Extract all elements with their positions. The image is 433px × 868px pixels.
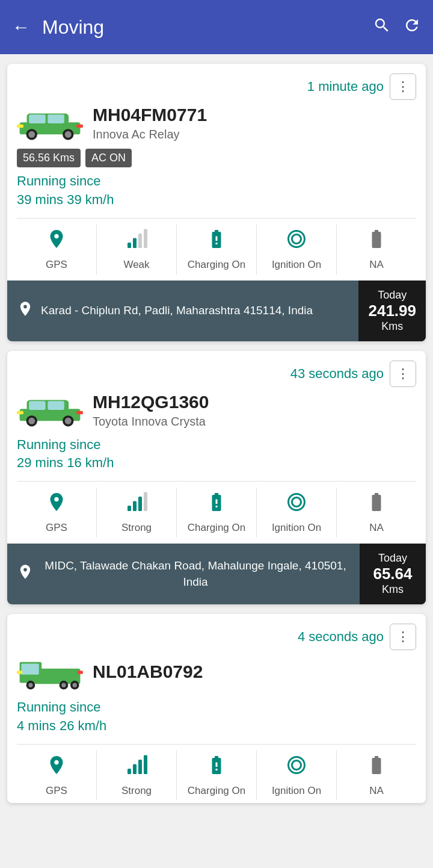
charging-icon: [206, 228, 227, 255]
vehicle-card: 43 seconds ago ⋮ MH12QG1360: [7, 351, 426, 605]
battery-label: NA: [369, 785, 384, 797]
svg-rect-22: [17, 411, 23, 415]
today-km-section: Today 65.64 Kms: [360, 544, 426, 604]
svg-rect-13: [144, 229, 147, 248]
charging-label: Charging On: [188, 259, 245, 271]
today-km-unit: Kms: [381, 320, 403, 333]
status-signal: Weak: [97, 225, 177, 274]
gps-icon: [46, 491, 67, 518]
svg-rect-38: [78, 671, 83, 675]
vehicle-plate: NL01AB0792: [93, 662, 416, 682]
svg-rect-10: [127, 243, 131, 248]
svg-point-5: [28, 131, 35, 137]
vehicle-info-row: MH04FM0771 Innova Ac Relay: [17, 105, 416, 141]
location-section: MIDC, Talawade Chakan Road, Mahalunge In…: [7, 544, 360, 604]
battery-label: NA: [369, 259, 384, 271]
menu-button[interactable]: ⋮: [390, 73, 416, 100]
location-text: Karad - Chiplun Rd, Padli, Maharashtra 4…: [41, 303, 313, 319]
svg-point-21: [65, 418, 72, 424]
running-info: Running since 29 mins 16 km/h: [17, 436, 416, 473]
gps-label: GPS: [46, 522, 67, 534]
svg-rect-24: [127, 506, 131, 511]
refresh-icon[interactable]: [403, 16, 421, 39]
signal-label: Strong: [121, 522, 152, 534]
ignition-icon: [286, 228, 307, 255]
status-icons-row: GPS Strong: [17, 744, 416, 803]
signal-icon: [126, 754, 147, 781]
card-top-row: 43 seconds ago ⋮: [17, 361, 416, 387]
timestamp: 1 minute ago: [307, 79, 384, 95]
status-gps: GPS: [17, 751, 97, 801]
svg-point-34: [61, 683, 66, 687]
status-battery: NA: [337, 225, 416, 274]
search-icon[interactable]: [373, 16, 391, 39]
signal-label: Strong: [121, 785, 152, 797]
header-icons: [373, 16, 421, 39]
today-km-unit: Kms: [382, 583, 404, 596]
charging-icon: [206, 491, 227, 518]
status-charging: Charging On: [177, 751, 257, 801]
vehicle-details: MH04FM0771 Innova Ac Relay: [93, 105, 416, 141]
distance-badge: 56.56 Kms: [17, 149, 81, 167]
vehicle-plate: MH04FM0771: [93, 105, 416, 125]
signal-label: Weak: [123, 259, 149, 271]
card-top-row: 4 seconds ago ⋮: [17, 624, 416, 650]
status-battery: NA: [337, 488, 416, 538]
status-icons-row: GPS Strong: [17, 481, 416, 544]
app-header: ← Moving: [0, 0, 433, 54]
today-label: Today: [378, 552, 407, 565]
svg-point-7: [65, 131, 72, 137]
location-pin-icon: [17, 300, 34, 321]
status-ignition: Ignition On: [257, 225, 337, 274]
today-km-value: 65.64: [373, 565, 412, 583]
ignition-icon: [286, 491, 307, 518]
running-info: Running since 39 mins 39 km/h: [17, 172, 416, 209]
vehicle-details: MH12QG1360 Toyota Innova Crysta: [93, 392, 416, 429]
location-text: MIDC, Talawade Chakan Road, Mahalunge In…: [41, 558, 350, 590]
status-icons-row: GPS Weak: [17, 218, 416, 281]
vehicle-details: NL01AB0792: [93, 662, 416, 684]
menu-button[interactable]: ⋮: [390, 624, 416, 650]
signal-icon: [126, 228, 147, 255]
gps-icon: [46, 228, 67, 255]
svg-rect-11: [133, 238, 137, 248]
card-footer: Karad - Chiplun Rd, Padli, Maharashtra 4…: [7, 281, 426, 341]
ac-badge: AC ON: [85, 149, 132, 167]
vehicle-model: Toyota Innova Crysta: [93, 415, 416, 429]
status-charging: Charging On: [177, 488, 257, 538]
svg-rect-12: [138, 234, 142, 248]
ignition-label: Ignition On: [272, 259, 321, 271]
status-ignition: Ignition On: [257, 751, 337, 801]
km-badges: 56.56 Kms AC ON: [17, 149, 416, 167]
gps-icon: [46, 754, 67, 781]
battery-icon: [366, 754, 387, 781]
vehicle-info-row: MH12QG1360 Toyota Innova Crysta: [17, 392, 416, 429]
svg-rect-26: [138, 497, 142, 511]
timestamp: 43 seconds ago: [290, 366, 384, 382]
card-body: 1 minute ago ⋮ MH04FM0: [7, 64, 426, 281]
vehicle-model: Innova Ac Relay: [93, 128, 416, 141]
svg-rect-23: [76, 411, 83, 415]
timestamp: 4 seconds ago: [298, 629, 384, 645]
vehicle-info-row: NL01AB0792: [17, 655, 416, 691]
svg-rect-41: [138, 760, 142, 774]
charging-label: Charging On: [188, 522, 245, 534]
svg-rect-2: [29, 114, 46, 123]
back-button[interactable]: ←: [12, 17, 30, 37]
vehicle-image: [17, 105, 83, 141]
card-body: 43 seconds ago ⋮ MH12QG1360: [7, 351, 426, 544]
today-label: Today: [378, 289, 407, 302]
status-ignition: Ignition On: [257, 488, 337, 538]
svg-rect-39: [127, 769, 131, 774]
today-km-value: 241.99: [368, 302, 416, 320]
running-info: Running since 4 mins 26 km/h: [17, 698, 416, 736]
gps-label: GPS: [46, 259, 67, 271]
svg-rect-40: [133, 764, 137, 774]
gps-label: GPS: [46, 785, 67, 797]
today-km-section: Today 241.99 Kms: [358, 281, 426, 341]
status-gps: GPS: [17, 488, 97, 538]
vehicle-image: [17, 655, 83, 691]
svg-point-36: [73, 683, 77, 687]
ignition-icon: [286, 754, 307, 781]
menu-button[interactable]: ⋮: [390, 361, 416, 387]
